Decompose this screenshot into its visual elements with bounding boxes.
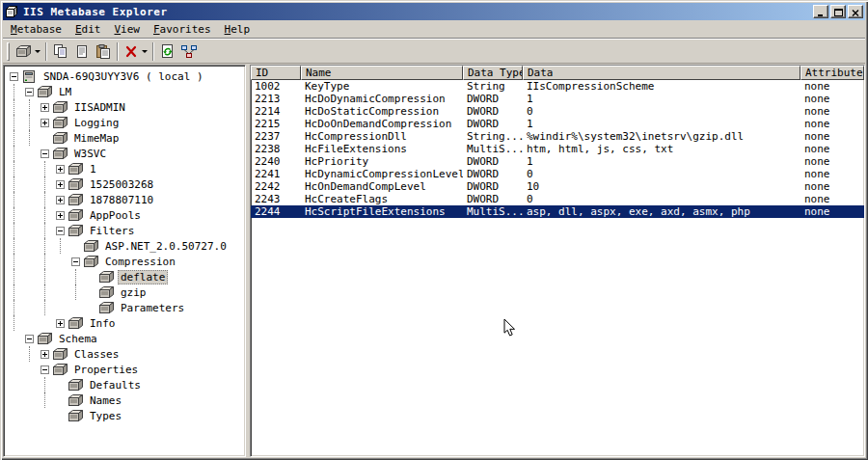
tree-item-logging[interactable]: Logging: [6, 115, 245, 130]
table-row-2241[interactable]: 2241HcDynamicCompressionLevelDWORD0none: [251, 168, 864, 180]
menu-view[interactable]: View: [107, 21, 147, 38]
collapse-minus-box[interactable]: [68, 254, 83, 269]
expand-plus-box[interactable]: [52, 192, 68, 207]
tree-item-info[interactable]: Info: [6, 315, 245, 331]
toolbar-gripper[interactable]: [7, 42, 10, 61]
expand-plus-box[interactable]: [52, 315, 68, 331]
tree-item-1[interactable]: 1: [6, 161, 245, 176]
tree-label[interactable]: SNDA-69Q3UYY3V6 ( local ): [41, 69, 206, 84]
collapse-minus-box[interactable]: [52, 223, 68, 238]
tree-item-classes[interactable]: Classes: [6, 346, 245, 362]
key-icon: [52, 116, 69, 129]
tree-item-defaults[interactable]: Defaults: [6, 377, 245, 392]
tree-label[interactable]: Compression: [102, 255, 178, 269]
menu-help[interactable]: Help: [218, 21, 258, 38]
column-header-name[interactable]: Name: [301, 66, 463, 80]
tree-label[interactable]: Parameters: [118, 301, 187, 315]
tree-label[interactable]: Names: [87, 393, 124, 408]
tree-item-asp-net-2-0-50727-0[interactable]: ASP.NET_2.0.50727.0: [6, 238, 245, 254]
tree-label[interactable]: MimeMap: [71, 131, 122, 146]
tree-item-lm[interactable]: LM: [6, 84, 245, 99]
table-row-2215[interactable]: 2215HcDoOnDemandCompressionDWORD1none: [251, 118, 864, 130]
maximize-button[interactable]: [830, 5, 846, 18]
dropdown-arrow-icon[interactable]: [35, 50, 41, 53]
tree-label[interactable]: LM: [56, 85, 74, 99]
collapse-minus-box[interactable]: [37, 146, 52, 161]
tree-label[interactable]: 1525003268: [87, 177, 156, 192]
title-bar[interactable]: IIS Metabase Explorer: [3, 3, 865, 20]
new-key-button[interactable]: [14, 41, 42, 62]
tree-label[interactable]: Classes: [71, 347, 122, 362]
table-row-2238[interactable]: 2238HcFileExtensionsMultiS...htm, html, …: [251, 143, 864, 155]
expand-plus-box[interactable]: [52, 207, 68, 223]
expand-plus-box[interactable]: [37, 115, 52, 130]
expand-plus-box[interactable]: [37, 346, 52, 362]
tree-item-iisadmin[interactable]: IISADMIN: [6, 99, 245, 115]
expand-plus-box[interactable]: [37, 99, 52, 115]
tree-guide: [37, 238, 52, 254]
tree-label[interactable]: AppPools: [87, 208, 144, 223]
duplicate-key-button[interactable]: [71, 41, 93, 62]
tree-item-names[interactable]: Names: [6, 392, 245, 408]
tree-label[interactable]: 1878807110: [87, 193, 156, 207]
tree-label[interactable]: Types: [87, 409, 124, 423]
tree-item-compression[interactable]: Compression: [6, 254, 245, 269]
tree-item-w3svc[interactable]: W3SVC: [6, 146, 245, 161]
menu-metabase[interactable]: Metabase: [4, 21, 68, 38]
tree-item-1525003268[interactable]: 1525003268: [6, 176, 245, 192]
column-header-id[interactable]: ID: [251, 66, 301, 80]
tree-item-1878807110[interactable]: 1878807110: [6, 192, 245, 207]
menu-edit[interactable]: Edit: [68, 21, 108, 38]
table-row-1002[interactable]: 1002KeyTypeStringIIsCompressionSchemenon…: [251, 80, 864, 93]
tree-label[interactable]: Defaults: [87, 378, 144, 392]
tree-item-mimemap[interactable]: MimeMap: [6, 130, 245, 146]
expand-plus-box[interactable]: [52, 161, 68, 176]
paste-key-button[interactable]: [93, 41, 114, 62]
copy-key-button[interactable]: [50, 41, 71, 62]
tree-item-apppools[interactable]: AppPools: [6, 207, 245, 223]
close-button[interactable]: [848, 5, 863, 18]
tree-label[interactable]: ASP.NET_2.0.50727.0: [102, 239, 230, 254]
table-row-2242[interactable]: 2242HcOnDemandCompLevelDWORD10none: [251, 180, 864, 193]
key-icon: [68, 177, 85, 191]
column-header-attributes[interactable]: Attributes: [800, 66, 864, 80]
tree-item-deflate[interactable]: deflate: [6, 269, 245, 284]
tree-label[interactable]: Properties: [71, 363, 141, 377]
column-header-data-type[interactable]: Data Type: [463, 66, 523, 80]
table-row-2243[interactable]: 2243HcCreateFlagsDWORD0none: [251, 193, 864, 205]
connect-button[interactable]: [178, 41, 200, 62]
tree-label[interactable]: W3SVC: [71, 147, 109, 161]
tree-label[interactable]: deflate: [118, 270, 168, 284]
tree-item-parameters[interactable]: Parameters: [6, 300, 245, 315]
tree-label[interactable]: Filters: [87, 224, 137, 238]
collapse-minus-box[interactable]: [6, 68, 21, 84]
refresh-button[interactable]: [157, 41, 178, 62]
collapse-minus-box[interactable]: [37, 362, 52, 377]
menu-favorites[interactable]: Favorites: [147, 21, 218, 38]
tree-label[interactable]: gzip: [118, 285, 149, 300]
collapse-minus-box[interactable]: [21, 84, 37, 99]
table-row-2214[interactable]: 2214HcDoStaticCompressionDWORD0none: [251, 105, 864, 118]
tree-label[interactable]: Schema: [56, 332, 100, 346]
table-row-2237[interactable]: 2237HcCompressionDllString...%windir%\sy…: [251, 130, 864, 143]
tree-item-schema[interactable]: Schema: [6, 331, 245, 346]
tree-item-snda-69q3uyy3v6-local[interactable]: SNDA-69Q3UYY3V6 ( local ): [6, 68, 245, 84]
expand-plus-box[interactable]: [52, 176, 68, 192]
tree-item-gzip[interactable]: gzip: [6, 284, 245, 300]
tree-item-types[interactable]: Types: [6, 408, 245, 423]
tree-label[interactable]: Logging: [71, 116, 122, 130]
dropdown-arrow-icon[interactable]: [142, 50, 148, 53]
delete-button[interactable]: [122, 41, 149, 62]
table-row-2240[interactable]: 2240HcPriorityDWORD1none: [251, 155, 864, 168]
tree-item-properties[interactable]: Properties: [6, 362, 245, 377]
tree-label[interactable]: 1: [87, 162, 99, 176]
minimize-button[interactable]: [813, 5, 828, 18]
tree-label[interactable]: IISADMIN: [71, 100, 128, 115]
tree-label[interactable]: Info: [87, 316, 119, 331]
table-row-2244[interactable]: 2244HcScriptFileExtensionsMultiS...asp, …: [251, 205, 864, 218]
column-header-data[interactable]: Data: [523, 66, 800, 80]
collapse-minus-box[interactable]: [21, 331, 37, 346]
app-window: IIS Metabase Explorer MetabaseEditViewFa…: [0, 0, 868, 460]
table-row-2213[interactable]: 2213HcDoDynamicCompressionDWORD1none: [251, 93, 864, 105]
tree-item-filters[interactable]: Filters: [6, 223, 245, 238]
